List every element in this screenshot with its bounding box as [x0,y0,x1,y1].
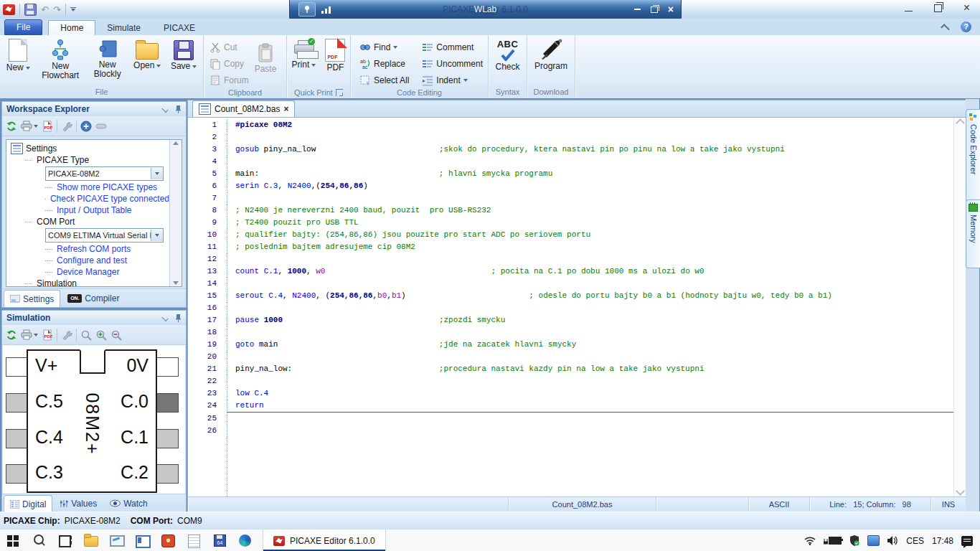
find-button[interactable]: Find [357,39,412,55]
code-line[interactable]: 4 [188,156,953,168]
taskview-icon[interactable] [52,529,77,551]
pdf-button[interactable]: PDF [322,38,348,73]
dropdown-arrow-icon[interactable] [151,168,163,179]
check-button[interactable]: ABC Check [489,38,527,72]
scroll-down-icon[interactable] [956,486,965,496]
explorer-icon[interactable] [77,529,103,551]
pin-c2[interactable] [156,464,179,484]
com-port-select[interactable]: COM9 ELTIMA Virtual Serial F [45,228,164,242]
code-line[interactable]: 1#picaxe 08M2 [188,119,953,131]
code-line[interactable]: 26 [188,425,953,437]
code-line[interactable]: 3gosub piny_na_low ;skok do procedury, k… [188,143,953,156]
volume-icon[interactable] [887,536,898,545]
code-line[interactable]: 8; N2400 je nereverzni 2400 baud, pouzit… [188,204,953,217]
copy-button[interactable]: Copy [207,56,252,71]
pin-c3[interactable] [6,464,28,484]
program-button[interactable]: Program [532,38,570,72]
search-icon[interactable] [26,529,52,551]
export-pdf-icon[interactable]: PDF [42,121,53,132]
code-line[interactable]: 21piny_na_low: ;procedura nastavi kazdy … [188,363,953,375]
print-dropdown[interactable] [21,121,38,132]
options-wrench-icon[interactable] [61,329,72,341]
tab-simulate[interactable]: Simulate [95,21,152,35]
code-line[interactable]: 12 [188,253,953,265]
tree-scrollbar[interactable] [169,140,182,286]
new-blockly-button[interactable]: New Blockly [88,38,127,80]
tab-values[interactable]: Values [54,494,103,512]
quick-save-icon[interactable] [24,4,37,16]
print-button[interactable]: ✓ Print [289,38,319,70]
code-line[interactable]: 20 [188,351,953,363]
wifi-icon[interactable] [804,537,816,545]
expand-all-icon[interactable] [80,121,92,132]
tab-memory[interactable]: Memory [966,199,980,268]
options-wrench-icon[interactable] [61,121,72,132]
tab-settings[interactable]: Settings [4,290,60,307]
link-show-more-picaxe-types[interactable]: Show more PICAXE types [45,182,169,193]
collapse-ribbon-icon[interactable] [941,24,950,33]
zoom-in-icon[interactable] [95,329,107,341]
battery-icon[interactable] [824,537,842,545]
pin-c5[interactable] [6,393,28,413]
zoom-icon[interactable] [80,329,92,341]
taskbar-app-button[interactable]: PICAXE Editor 6.1.0.0 [263,529,386,551]
export-pdf-icon[interactable]: PDF [42,329,53,341]
editor-scrollbar[interactable] [953,118,966,496]
scroll-up-icon[interactable] [173,141,179,145]
monitor-icon[interactable] [103,529,129,551]
save-button[interactable]: Save [168,38,199,72]
pin-c1[interactable] [156,429,179,448]
code-line[interactable]: 13count C.1, 1000, w0 ; pocita na C.1 po… [188,265,953,278]
wlab-close-button[interactable]: × [668,5,674,14]
new-flowchart-button[interactable]: New Flowchart [37,38,84,81]
code-line[interactable]: 14 [188,278,953,290]
tab-watch[interactable]: Watch [104,494,154,512]
collapse-all-icon[interactable] [95,121,107,132]
refresh-icon[interactable] [6,121,17,132]
code-line[interactable]: 18 [188,326,953,339]
qat-customize-icon[interactable] [70,7,76,11]
tree-node-settings[interactable]: Settings [11,143,169,154]
code-line[interactable]: 9; T2400 pouzit pro USB TTL [188,217,953,229]
floppy64-icon[interactable] [207,529,232,551]
minimize-button[interactable] [905,11,913,11]
code-line[interactable]: 22 [188,375,953,387]
tab-home[interactable]: Home [48,20,95,35]
forum-button[interactable]: Forum [207,72,252,88]
scroll-down-icon[interactable] [173,281,179,285]
panel-menu-icon[interactable] [161,314,168,321]
scroll-up-icon[interactable] [956,118,965,128]
refresh-icon[interactable] [6,329,17,341]
code-line[interactable]: 19goto main ;jde na zacatek hlavni smyck… [188,339,953,351]
link-input-output-table[interactable]: Input / Output Table [45,204,169,216]
dropdown-arrow-icon[interactable] [151,230,163,241]
new-button[interactable]: New [4,38,33,73]
uncomment-button[interactable]: Uncomment [419,56,486,71]
code-empty-area[interactable] [188,437,953,496]
pin-c4[interactable] [6,429,28,448]
tab-code-explorer[interactable]: Code Explorer [966,109,980,202]
select-all-button[interactable]: Select All [357,72,412,88]
eyeapp-icon[interactable] [155,529,181,551]
link-check-picaxe-type[interactable]: Check PICAXE type connected [45,193,169,204]
panel-pin-icon[interactable] [175,314,182,322]
code-line[interactable]: 10; qualifier bajty: (254,86,86) jsou po… [188,229,953,241]
start-icon[interactable] [0,529,26,551]
tree-node-com-port[interactable]: COM Port [25,216,169,227]
serial-port-utility-icon[interactable] [867,535,880,546]
tab-digital[interactable]: Digital [4,495,52,512]
close-tab-icon[interactable]: × [283,105,288,113]
tab-compiler[interactable]: ON. Compiler [62,289,125,307]
paste-button[interactable]: Paste [252,42,280,75]
print-dropdown[interactable] [21,329,38,341]
link-device-manager[interactable]: Device Manager [45,266,169,278]
panel-pin-icon[interactable] [175,105,182,113]
open-button[interactable]: Open [131,38,164,71]
security-shield-icon[interactable] [849,535,859,546]
language-indicator[interactable]: CES [906,536,924,546]
notepad-icon[interactable] [181,529,207,551]
code-line[interactable]: 24return [188,400,953,413]
action-center-icon[interactable] [961,536,973,546]
tab-picaxe[interactable]: PICAXE [152,21,207,35]
tree-node-picaxe-type[interactable]: PICAXE Type [25,154,169,166]
